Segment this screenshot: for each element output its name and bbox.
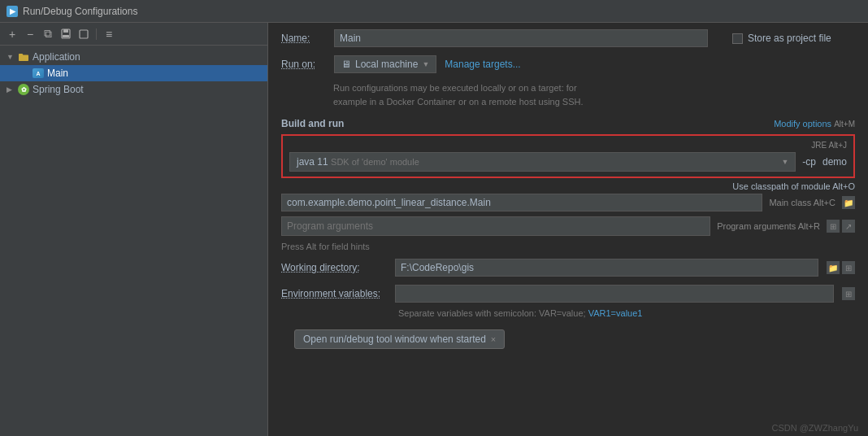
right-panel: Name: Store as project file Run on: 🖥 Lo… [268, 23, 868, 436]
sidebar: + − ⧉ ≡ ▼ [0, 23, 268, 436]
sidebar-application-label: Application [33, 51, 80, 63]
working-directory-label: Working directory: [281, 262, 387, 273]
add-config-button[interactable]: + [5, 27, 20, 41]
semicolon-hint-text: Separate variables with semicolon: VAR=v… [398, 308, 642, 318]
store-project-label: Store as project file [748, 33, 831, 44]
main-class-browse-icon[interactable]: 📁 [842, 196, 855, 209]
main-class-label: Main class Alt+C [769, 198, 835, 207]
java-sdk-arrow: ▼ [781, 158, 788, 166]
prog-args-browse-icon[interactable]: ↗ [842, 220, 855, 233]
semicolon-hint-row: Separate variables with semicolon: VAR=v… [268, 307, 868, 321]
app-icon: ▶ [7, 6, 18, 17]
main-class-icons: 📁 [842, 196, 855, 209]
env-vars-icons: ⊞ [842, 287, 855, 300]
main-class-input[interactable] [287, 197, 757, 208]
env-vars-browse-icon[interactable]: ⊞ [842, 287, 855, 300]
springboot-icon: ✿ [18, 84, 29, 95]
local-machine-dropdown[interactable]: 🖥 Local machine ▼ [334, 55, 436, 73]
sidebar-item-application[interactable]: ▼ Application [0, 49, 267, 65]
title-bar-text: Run/Debug Configurations [23, 6, 137, 17]
store-project-checkbox[interactable] [732, 33, 743, 44]
cp-label: -cp [802, 156, 816, 168]
use-classpath-area: Use classpath of module Alt+O [268, 180, 868, 191]
open-tool-window-button[interactable]: Open run/debug tool window when started … [294, 329, 505, 349]
modify-shortcut: Alt+M [834, 120, 855, 129]
watermark: CSDN @ZWZhangYu [268, 420, 868, 436]
title-bar: ▶ Run/Debug Configurations [0, 0, 868, 23]
toolbar-separator [96, 28, 97, 40]
save-config-button[interactable] [59, 27, 73, 41]
config-app-icon: A [33, 68, 44, 78]
build-run-box: JRE Alt+J java 11 SDK of 'demo' module ▼… [281, 134, 855, 178]
working-dir-icons: 📁 ⊞ [827, 261, 855, 274]
java-sdk-hint: SDK of 'demo' module [331, 157, 419, 167]
java-sdk-dropdown[interactable]: java 11 SDK of 'demo' module ▼ [289, 152, 796, 172]
close-tool-window-button[interactable]: × [491, 334, 496, 344]
local-machine-text: Local machine [355, 59, 418, 70]
manage-targets-link[interactable]: Manage targets... [445, 59, 520, 70]
semicolon-link[interactable]: VAR1=value1 [588, 308, 643, 318]
name-input[interactable] [334, 29, 708, 47]
move-config-button[interactable] [76, 27, 91, 41]
remove-config-button[interactable]: − [23, 27, 37, 41]
environment-variables-label: Environment variables: [281, 288, 387, 299]
sidebar-item-springboot[interactable]: ▶ ✿ Spring Boot [0, 81, 267, 98]
run-info-text: Run configurations may be executed local… [268, 76, 868, 111]
use-classpath-label[interactable]: Use classpath of module Alt+O [732, 181, 855, 191]
prog-args-icons: ⊞ ↗ [827, 220, 855, 233]
open-tool-window-area: Open run/debug tool window when started … [268, 321, 868, 357]
expand-arrow-springboot: ▶ [7, 85, 15, 94]
press-alt-hint: Press Alt for field hints [268, 238, 868, 255]
sidebar-springboot-label: Spring Boot [33, 84, 84, 95]
prog-args-hint: Program arguments Alt+R [717, 221, 820, 231]
store-project-file-area: Store as project file [732, 33, 831, 44]
environment-variables-input[interactable] [395, 285, 834, 303]
local-machine-icon: 🖥 [341, 59, 351, 70]
run-on-label: Run on: [281, 59, 326, 70]
program-arguments-input[interactable] [281, 216, 710, 236]
java-sdk-label: java 11 [297, 156, 328, 168]
svg-rect-2 [63, 35, 69, 37]
environment-variables-row: Environment variables: ⊞ [268, 281, 868, 307]
jre-hint: JRE Alt+J [811, 141, 847, 150]
modify-options-link[interactable]: Modify options Alt+M [774, 119, 855, 129]
sidebar-toolbar: + − ⧉ ≡ [0, 23, 267, 46]
run-on-row: Run on: 🖥 Local machine ▼ Manage targets… [268, 52, 868, 76]
sidebar-tree: ▼ Application ▶ A Main ▶ ✿ Spring Boot [0, 46, 267, 436]
sidebar-main-label: Main [47, 68, 68, 79]
dropdown-arrow: ▼ [422, 60, 429, 68]
name-label: Name: [281, 33, 326, 44]
working-dir-expand-icon[interactable]: ⊞ [842, 261, 855, 274]
build-and-run-title: Build and run [281, 118, 344, 129]
working-dir-browse-icon[interactable]: 📁 [827, 261, 840, 274]
expand-arrow-application: ▼ [7, 53, 15, 61]
open-tool-window-label: Open run/debug tool window when started [303, 334, 486, 345]
working-directory-input[interactable] [395, 259, 818, 277]
prog-args-expand-icon[interactable]: ⊞ [827, 220, 840, 233]
folder-icon [18, 51, 29, 63]
svg-rect-3 [80, 30, 88, 38]
sidebar-item-main[interactable]: ▶ A Main [0, 65, 267, 81]
main-layout: + − ⧉ ≡ ▼ [0, 23, 868, 436]
sort-config-button[interactable]: ≡ [102, 27, 116, 41]
cp-value: demo [822, 156, 847, 168]
svg-rect-1 [63, 29, 68, 33]
build-and-run-section-header: Build and run Modify options Alt+M [268, 111, 868, 133]
run-info-line1: Run configurations may be executed local… [333, 83, 577, 93]
run-info-line2: example in a Docker Container or on a re… [333, 97, 584, 107]
copy-config-button[interactable]: ⧉ [41, 27, 55, 41]
working-directory-row: Working directory: 📁 ⊞ [268, 255, 868, 281]
